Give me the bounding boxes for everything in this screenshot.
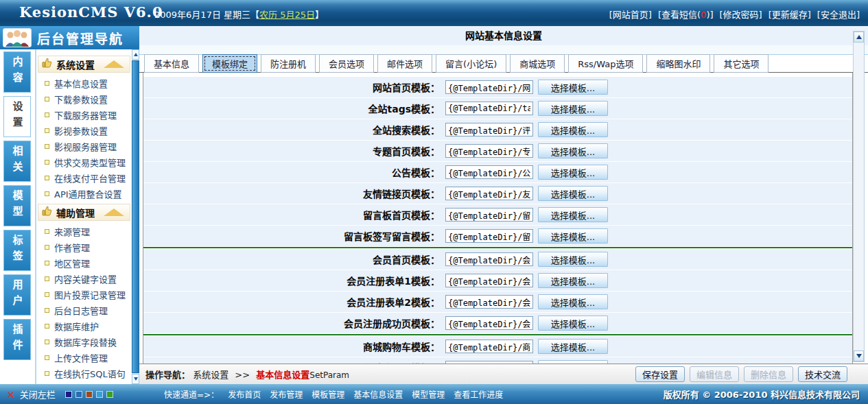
tab[interactable]: 商城选项	[510, 54, 565, 73]
menu-item[interactable]: 在线支付平台管理	[38, 170, 132, 186]
menu-item[interactable]: 后台日志管理	[38, 302, 132, 318]
theme-color-swatch[interactable]	[65, 391, 72, 398]
template-path-input[interactable]	[445, 252, 533, 266]
theme-color-swatch[interactable]	[96, 391, 103, 398]
main-scrollbar[interactable]	[853, 31, 865, 362]
action-button[interactable]: 删除信息	[744, 366, 793, 382]
tab[interactable]: 防注册机	[261, 54, 316, 73]
choose-template-button[interactable]: 选择模板...	[538, 207, 608, 222]
menu-item[interactable]: 下载参数设置	[38, 91, 132, 107]
template-path-input[interactable]	[445, 123, 533, 136]
choose-template-button[interactable]: 选择模板...	[538, 228, 608, 243]
menu-item[interactable]: 下载服务器管理	[38, 107, 132, 123]
choose-template-button[interactable]: 选择模板...	[538, 273, 608, 288]
menu-item[interactable]: 数据库字段替换	[38, 334, 132, 350]
template-path-input[interactable]	[445, 340, 533, 353]
sidebar-tab[interactable]: 内容	[3, 51, 31, 93]
field-label: 商城购物车模板：	[143, 340, 445, 353]
sidebar-tab[interactable]: 设置	[3, 96, 31, 137]
quick-link[interactable]: 模板管理	[312, 388, 344, 400]
breadcrumb: 操作导航： 系统设置 >> 基本信息设置SetParam	[139, 368, 349, 381]
quick-link[interactable]: 发布管理	[270, 388, 303, 400]
choose-template-button[interactable]: 选择模板...	[538, 122, 608, 137]
menu-item[interactable]: 作者管理	[38, 239, 132, 255]
action-button[interactable]: 技术交流	[798, 366, 847, 382]
quick-link[interactable]: 基本信息设置	[353, 388, 403, 400]
scroll-up-icon[interactable]	[854, 32, 864, 43]
menu-item[interactable]: 地区管理	[38, 255, 132, 271]
menu-item[interactable]: 图片投票记录管理	[38, 287, 132, 302]
choose-template-button[interactable]: 选择模板...	[538, 143, 608, 158]
quick-link[interactable]: 查看工作进度	[454, 388, 503, 400]
link-view-messages[interactable]: [查看短信(0)]	[658, 8, 714, 21]
menu-item[interactable]: 影视参数设置	[38, 123, 132, 139]
sidebar-tab[interactable]: 插件	[3, 319, 31, 360]
theme-color-swatch[interactable]	[86, 391, 93, 398]
sidebar-tab[interactable]: 标签	[3, 230, 31, 271]
scroll-down-icon[interactable]	[854, 350, 864, 361]
template-path-input[interactable]	[445, 274, 533, 287]
action-button[interactable]: 保存设置	[635, 366, 685, 382]
template-path-input[interactable]	[445, 229, 533, 243]
menu-item[interactable]: 在线执行SQL语句	[38, 366, 132, 381]
template-path-input[interactable]	[445, 165, 533, 179]
sidebar-scrollbar-thumb[interactable]	[132, 60, 139, 373]
quick-link[interactable]: 发布首页	[228, 388, 261, 400]
menu-item-label: 作者管理	[54, 241, 90, 254]
theme-color-swatch[interactable]	[75, 391, 82, 398]
link-refresh-cache[interactable]: [更新缓存]	[769, 8, 811, 21]
quick-link[interactable]: 模型管理	[412, 388, 445, 400]
link-site-home[interactable]: [网站首页]	[609, 8, 652, 21]
menu-item[interactable]: 供求交易类型管理	[38, 154, 132, 170]
tab[interactable]: 会员选项	[319, 54, 374, 73]
link-logout[interactable]: [安全退出]	[817, 8, 860, 21]
template-path-input[interactable]	[445, 187, 533, 200]
scroll-down-icon[interactable]	[132, 374, 139, 384]
close-left-panel-link[interactable]: 关闭左栏	[20, 388, 56, 401]
menu-item[interactable]: 内容关键字设置	[38, 271, 132, 287]
sidebar-scrollbar[interactable]	[132, 49, 139, 384]
template-path-input[interactable]	[445, 208, 533, 222]
tab[interactable]: 留言(小论坛)	[436, 54, 506, 73]
template-path-input[interactable]	[445, 295, 533, 309]
theme-color-swatch[interactable]	[106, 391, 113, 398]
template-path-input[interactable]	[445, 144, 533, 158]
choose-template-button[interactable]: 选择模板...	[538, 80, 608, 95]
tab[interactable]: 缩略图水印	[646, 54, 710, 73]
menu-item[interactable]: 基本信息设置	[38, 75, 132, 91]
close-icon[interactable]: ×	[7, 389, 15, 400]
template-path-input[interactable]	[445, 316, 533, 330]
template-path-input[interactable]	[445, 80, 533, 94]
menu-section-header[interactable]: 辅助管理	[38, 204, 130, 221]
choose-template-button[interactable]: 选择模板...	[538, 101, 608, 116]
menu-item[interactable]: 来源管理	[38, 224, 132, 239]
tab[interactable]: 邮件选项	[377, 54, 432, 73]
template-path-input[interactable]	[445, 102, 533, 115]
choose-template-button[interactable]: 选择模板...	[538, 294, 608, 309]
choose-template-button[interactable]: 选择模板...	[538, 165, 608, 180]
sidebar-tab[interactable]: 模型	[3, 185, 31, 226]
menu-item[interactable]: API通用整合设置	[38, 186, 132, 202]
title-substrip	[139, 45, 868, 55]
tab[interactable]: 模板绑定	[202, 54, 257, 73]
link-change-password[interactable]: [修改密码]	[720, 8, 762, 21]
sidebar-tab[interactable]: 相关	[3, 141, 31, 182]
menu-item[interactable]: 影视服务器管理	[38, 139, 132, 154]
scroll-up-icon[interactable]	[132, 49, 139, 60]
lunar-date-link[interactable]: 农历 5月25日	[259, 10, 315, 20]
action-button[interactable]: 编辑信息	[690, 366, 739, 382]
sidebar-tab[interactable]: 用户	[3, 274, 31, 316]
menu-item[interactable]: 上传文件管理	[38, 350, 132, 366]
nav-section[interactable]: 系统设置	[193, 370, 228, 380]
tab[interactable]: Rss/Wap选项	[568, 54, 643, 73]
tab[interactable]: 基本信息	[144, 54, 199, 73]
menu-item[interactable]: 数据库维护	[38, 318, 132, 334]
footer: × 关闭左栏 快速通道=>： 发布首页 发布管理	[0, 384, 868, 404]
nav-current-page[interactable]: 基本信息设置	[256, 370, 309, 380]
tab[interactable]: 其它选项	[714, 54, 769, 73]
choose-template-button[interactable]: 选择模板...	[538, 339, 608, 354]
menu-section-header[interactable]: 系统设置	[38, 56, 130, 73]
choose-template-button[interactable]: 选择模板...	[538, 316, 608, 331]
choose-template-button[interactable]: 选择模板...	[538, 186, 608, 201]
choose-template-button[interactable]: 选择模板...	[538, 252, 608, 267]
